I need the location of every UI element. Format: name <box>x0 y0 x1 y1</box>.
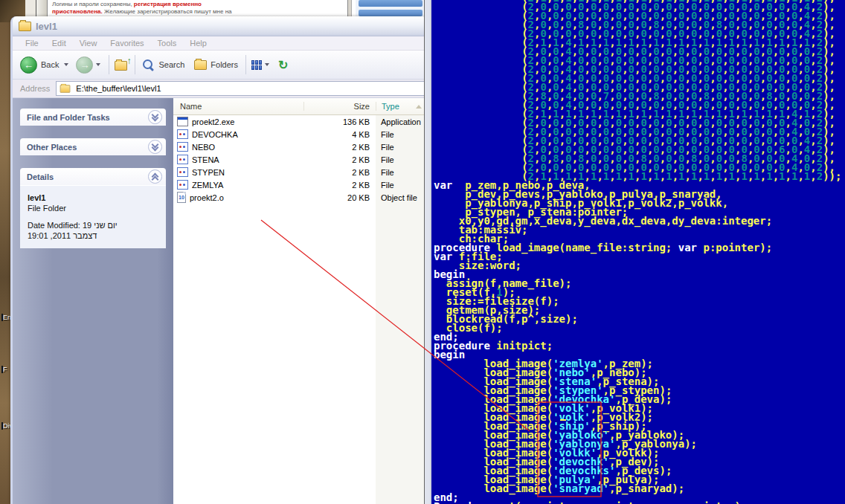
code-line: procedure initpict; <box>434 341 845 350</box>
file-name: NEBO <box>192 143 215 152</box>
folders-button-label[interactable]: Folders <box>211 60 238 69</box>
folders-icon[interactable] <box>194 60 207 70</box>
file-row[interactable]: DEVOCHKA4 KBFile <box>173 128 426 140</box>
panel-other-places: Other Places <box>20 138 166 155</box>
file-type: Object file <box>376 193 426 202</box>
desktop-icon-f[interactable]: F <box>0 366 10 373</box>
desktop-icon-div[interactable]: Div <box>0 422 10 430</box>
desktop-icon-label: Enl <box>3 314 10 321</box>
chevron-down-icon[interactable] <box>148 140 162 154</box>
pascal-code-editor[interactable]: (2,1,1,1,1,1,1,1,1,1,1,1,1,1,1,1,1,1,1,1… <box>430 0 845 504</box>
file-row[interactable]: 10proekt2.o20 KBObject file <box>173 191 426 204</box>
column-header-type-label: Type <box>382 102 399 111</box>
up-arrow-icon: ↑ <box>126 56 131 66</box>
media-file-icon <box>177 180 188 190</box>
panel-file-and-folder-tasks: File and Folder Tasks <box>20 109 166 126</box>
browser-text-red1: регистрация временно <box>134 1 202 7</box>
column-header-size[interactable]: Size <box>303 102 376 111</box>
file-name: proekt2.o <box>190 193 224 202</box>
details-folder-type: File Folder <box>28 203 158 213</box>
file-type: File <box>376 155 426 164</box>
file-size: 4 KB <box>303 130 376 139</box>
file-type: File <box>376 143 426 152</box>
menu-item-edit[interactable]: Edit <box>45 39 73 48</box>
address-field[interactable] <box>56 81 426 96</box>
title-bar[interactable]: levl1 <box>13 16 426 36</box>
back-dropdown-icon[interactable] <box>64 63 68 66</box>
views-button-icon[interactable] <box>251 60 262 70</box>
browser-window-edge <box>25 0 36 16</box>
browser-panel-bar <box>359 0 422 7</box>
file-type: File <box>376 130 426 139</box>
media-file-icon <box>177 167 188 177</box>
refresh-icon[interactable]: ↻ <box>278 58 288 72</box>
address-bar: Address <box>13 80 426 98</box>
file-row[interactable]: NEBO2 KBFile <box>173 140 426 153</box>
file-row[interactable]: ZEMLYA2 KBFile <box>173 178 426 191</box>
media-file-icon <box>177 129 188 139</box>
file-size: 20 KB <box>303 193 376 202</box>
menu-item-favorites[interactable]: Favorites <box>103 39 150 48</box>
browser-text-red2: приостановлена. <box>52 8 103 15</box>
panel-title: File and Folder Tasks <box>27 113 110 122</box>
details-modified-line2: דצמבר 2011, 19:01 <box>28 230 158 241</box>
up-button[interactable]: ↑ <box>115 59 129 71</box>
address-input[interactable] <box>74 83 425 94</box>
file-size: 2 KB <box>303 168 376 177</box>
search-icon[interactable] <box>142 59 155 71</box>
code-line: close(f); <box>434 323 845 332</box>
file-row[interactable]: proekt2.exe136 KBApplication <box>173 115 426 128</box>
file-row[interactable]: STYPEN2 KBFile <box>173 166 426 178</box>
background-browser-window: Логины и пароли сохранены, регистрация в… <box>25 0 424 16</box>
column-header-type[interactable]: Type <box>376 102 426 111</box>
file-size: 136 KB <box>303 117 376 126</box>
chevron-down-icon[interactable] <box>148 110 162 124</box>
file-name: proekt2.exe <box>192 117 234 126</box>
code-text: (2,1,1,1,1,1,1,1,1,1,1,1,1,1,1,1,1,1,1,1… <box>431 0 845 504</box>
toolbar-separator <box>245 55 246 74</box>
column-header-name[interactable]: Name <box>173 102 303 111</box>
menu-bar: FileEditViewFavoritesToolsHelp <box>13 36 426 51</box>
browser-text-gray1: Логины и пароли сохранены, <box>52 1 134 7</box>
file-size: 2 KB <box>303 143 376 152</box>
browser-text: Логины и пароли сохранены, регистрация в… <box>52 1 232 16</box>
browser-pane-border <box>347 0 352 16</box>
menu-item-tools[interactable]: Tools <box>151 39 184 48</box>
toolbar-separator <box>135 55 135 74</box>
menu-item-view[interactable]: View <box>73 39 104 48</box>
panel-header[interactable]: Details <box>20 168 166 185</box>
task-pane: File and Folder Tasks Other Places Detai… <box>13 98 173 504</box>
forward-dropdown-icon[interactable] <box>96 63 100 66</box>
address-label: Address <box>20 84 50 93</box>
folder-icon <box>19 22 31 31</box>
back-button[interactable]: ← <box>20 56 37 74</box>
file-size: 2 KB <box>303 181 376 190</box>
file-type: File <box>376 181 426 190</box>
desktop-icon-enl[interactable]: Enl <box>0 314 10 321</box>
file-name: STYPEN <box>192 168 225 177</box>
text-cursor <box>560 419 566 421</box>
views-dropdown-icon[interactable] <box>265 63 269 66</box>
file-list: Name Size Type proekt2.exe136 KBApplicat… <box>173 98 426 504</box>
file-type: File <box>376 168 426 177</box>
browser-panel-bar <box>359 10 422 16</box>
details-body: levl1 File Folder Date Modified: 19 יום … <box>20 185 166 248</box>
file-row[interactable]: STENA2 KBFile <box>173 153 426 166</box>
forward-button[interactable]: → <box>76 56 93 74</box>
chevron-up-icon[interactable] <box>148 169 162 184</box>
menu-item-file[interactable]: File <box>19 39 45 48</box>
file-type: Application <box>376 117 426 126</box>
browser-scrollbar <box>36 0 48 16</box>
code-line: load_image('snaryad',p_snaryad); <box>434 484 845 493</box>
browser-side-panel <box>356 0 424 16</box>
search-button-label[interactable]: Search <box>158 60 184 69</box>
browser-text-gray2: Желающие зарегистрироваться пишут мне на <box>103 8 232 15</box>
panel-title: Details <box>27 172 54 181</box>
panel-header[interactable]: File and Folder Tasks <box>20 109 166 126</box>
window-title: levl1 <box>36 21 57 32</box>
panel-header[interactable]: Other Places <box>20 138 166 155</box>
toolbar: ← Back → ↑ Search Folders ↻ <box>13 51 426 80</box>
panel-title: Other Places <box>27 143 77 152</box>
media-file-icon <box>177 142 188 152</box>
menu-item-help[interactable]: Help <box>183 39 213 48</box>
